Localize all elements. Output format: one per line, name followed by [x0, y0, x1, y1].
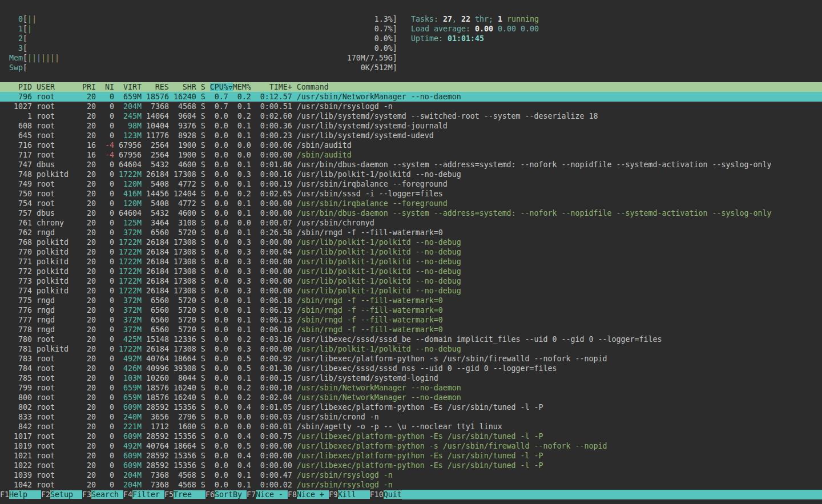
process-row-716[interactable]: 716 root 16 -4 67956 2564 1900 S 0.0 0.0…	[0, 140, 822, 150]
process-row-780[interactable]: 780 root 20 0 425M 15148 12336 S 0.0 0.2…	[0, 334, 822, 344]
time-cell: 0:00.02	[251, 481, 292, 489]
process-row-775[interactable]: 775 rngd 20 0 372M 6560 5720 S 0.0 0.1 0…	[0, 296, 822, 305]
process-row-768[interactable]: 768 polkitd 20 0 1722M 26184 17308 S 0.0…	[0, 237, 822, 247]
fkey-tree[interactable]: F5Tree	[164, 490, 206, 499]
process-row-842[interactable]: 842 root 20 0 221M 1712 1600 S 0.0 0.0 0…	[0, 422, 822, 432]
fkey-nice-[interactable]: F8Nice +	[288, 490, 329, 499]
process-row-1021[interactable]: 1021 root 20 0 609M 28592 15356 S 0.0 0.…	[0, 451, 822, 461]
process-row-762[interactable]: 762 rngd 20 0 372M 6560 5720 S 0.0 0.1 0…	[0, 228, 822, 237]
process-row-774[interactable]: 774 polkitd 20 0 1722M 26184 17308 S 0.0…	[0, 286, 822, 296]
nice-cell: 0	[96, 112, 114, 120]
process-row-802[interactable]: 802 root 20 0 609M 28592 15356 S 0.0 0.4…	[0, 402, 822, 412]
virt-cell: 372M	[114, 228, 142, 237]
user-cell: root	[32, 461, 78, 470]
time-cell: 0:00.10	[251, 384, 292, 392]
process-row-748[interactable]: 748 polkitd 20 0 1722M 26184 17308 S 0.0…	[0, 170, 822, 179]
process-row-773[interactable]: 773 polkitd 20 0 1722M 26184 17308 S 0.0…	[0, 276, 822, 286]
cpu-percent-cell: 0.0	[206, 374, 228, 382]
fkey-number: F8	[288, 490, 297, 499]
process-row-1022[interactable]: 1022 root 20 0 609M 28592 15356 S 0.0 0.…	[0, 461, 822, 470]
process-row-796[interactable]: 796 root 20 0 659M 18576 16240 S 0.7 0.2…	[0, 92, 822, 102]
user-cell: root	[32, 112, 78, 120]
state-cell: S	[196, 296, 206, 305]
state-cell: S	[196, 316, 206, 324]
state-cell: S	[196, 160, 206, 169]
fkey-search[interactable]: F3Search	[82, 490, 123, 499]
process-row-776[interactable]: 776 rngd 20 0 372M 6560 5720 S 0.0 0.1 0…	[0, 305, 822, 315]
process-row-770[interactable]: 770 polkitd 20 0 1722M 26184 17308 S 0.0…	[0, 247, 822, 257]
process-row-1042[interactable]: 1042 root 20 0 204M 7368 4568 S 0.0 0.1 …	[0, 480, 822, 490]
process-row-1039[interactable]: 1039 root 20 0 204M 7368 4568 S 0.0 0.1 …	[0, 470, 822, 480]
process-row-645[interactable]: 645 root 20 0 123M 11776 8928 S 0.0 0.1 …	[0, 131, 822, 140]
mem-percent-cell: 0.0	[228, 219, 251, 227]
pid-cell: 775	[0, 296, 32, 305]
shr-cell: 3108	[169, 219, 196, 227]
time-cell: 0:12.57	[251, 92, 292, 101]
state-cell: S	[196, 209, 206, 217]
process-row-1017[interactable]: 1017 root 20 0 609M 28592 15356 S 0.0 0.…	[0, 432, 822, 441]
mem-percent-cell: 0.5	[228, 354, 251, 363]
table-header[interactable]: PID USER PRI NI VIRT RES SHR S CPU%▽MEM%…	[0, 82, 822, 92]
uptime: Uptime: 01:01:45	[411, 34, 484, 43]
time-cell: 0:00.00	[251, 238, 292, 247]
fkey-filter[interactable]: F4Filter	[123, 490, 164, 499]
process-row-761[interactable]: 761 chrony 20 0 125M 3464 3108 S 0.0 0.0…	[0, 218, 822, 228]
fkey-nice-[interactable]: F7Nice -	[247, 490, 288, 499]
time-cell: 0:00.00	[251, 451, 292, 460]
meter-label-cpu0: 0	[0, 15, 23, 23]
meter-bar-olive: |	[41, 54, 46, 62]
process-row-778[interactable]: 778 rngd 20 0 372M 6560 5720 S 0.0 0.1 0…	[0, 325, 822, 334]
virt-cell: 221M	[114, 422, 142, 431]
process-row-754[interactable]: 754 root 20 0 120M 5408 4772 S 0.0 0.1 0…	[0, 199, 822, 208]
nice-cell: 0	[96, 92, 114, 101]
process-row-1027[interactable]: 1027 root 20 0 204M 7368 4568 S 0.7 0.1 …	[0, 102, 822, 111]
fkey-sortby[interactable]: F6SortBy	[206, 490, 247, 499]
column-headers-right: MEM% TIME+ Command	[233, 83, 329, 91]
process-row-772[interactable]: 772 polkitd 20 0 1722M 26184 17308 S 0.0…	[0, 267, 822, 276]
res-cell: 26184	[142, 238, 169, 247]
res-cell: 14064	[142, 112, 169, 120]
cpu-percent-cell: 0.0	[206, 471, 228, 479]
process-row-1019[interactable]: 1019 root 20 0 492M 40764 18664 S 0.0 0.…	[0, 441, 822, 451]
process-row-777[interactable]: 777 rngd 20 0 372M 6560 5720 S 0.0 0.1 0…	[0, 315, 822, 325]
process-row-1[interactable]: 1 root 20 0 245M 14064 9604 S 0.0 0.2 0:…	[0, 111, 822, 121]
time-cell: 0:01.86	[251, 160, 292, 169]
priority-cell: 20	[78, 199, 96, 208]
fkey-help[interactable]: F1Help	[0, 490, 41, 499]
priority-cell: 20	[78, 122, 96, 130]
process-row-783[interactable]: 783 root 20 0 492M 40764 18664 S 0.0 0.5…	[0, 354, 822, 364]
process-row-608[interactable]: 608 root 20 0 98M 10404 9376 S 0.0 0.1 0…	[0, 121, 822, 131]
fkey-quit[interactable]: F10Quit	[370, 490, 402, 499]
process-row-781[interactable]: 781 polkitd 20 0 1722M 26184 17308 S 0.0…	[0, 344, 822, 354]
user-cell: polkitd	[32, 345, 78, 353]
state-cell: S	[196, 102, 206, 111]
time-cell: 0:00.06	[251, 141, 292, 150]
state-cell: S	[196, 238, 206, 247]
fkey-setup[interactable]: F2Setup	[41, 490, 82, 499]
process-row-749[interactable]: 749 root 20 0 120M 5408 4772 S 0.0 0.1 0…	[0, 179, 822, 189]
process-row-750[interactable]: 750 root 20 0 416M 14456 12404 S 0.0 0.2…	[0, 189, 822, 199]
process-row-833[interactable]: 833 root 20 0 240M 3656 2796 S 0.0 0.0 0…	[0, 412, 822, 422]
time-cell: 0:06.18	[251, 296, 292, 305]
virt-cell: 1722M	[114, 238, 142, 247]
user-cell: root	[32, 393, 78, 402]
command-cell: /usr/lib/systemd/systemd-udevd	[292, 131, 434, 140]
fkey-kill[interactable]: F9Kill	[329, 490, 370, 499]
process-row-747[interactable]: 747 dbus 20 0 64604 5432 4600 S 0.0 0.1 …	[0, 160, 822, 170]
process-row-785[interactable]: 785 root 20 0 103M 10260 8044 S 0.0 0.1 …	[0, 373, 822, 383]
mem-percent-cell: 0.1	[228, 374, 251, 382]
process-row-784[interactable]: 784 root 20 0 426M 40996 39308 S 0.0 0.5…	[0, 364, 822, 373]
priority-cell: 20	[78, 335, 96, 344]
process-row-757[interactable]: 757 dbus 20 0 64604 5432 4600 S 0.0 0.1 …	[0, 208, 822, 218]
command-cell: /sbin/rngd -f --fill-watermark=0	[292, 296, 443, 305]
process-row-717[interactable]: 717 root 16 -4 67956 2564 1900 S 0.0 0.0…	[0, 150, 822, 160]
sort-column-cpu[interactable]: CPU%▽	[210, 83, 233, 91]
process-row-771[interactable]: 771 polkitd 20 0 1722M 26184 17308 S 0.0…	[0, 257, 822, 267]
mem-percent-cell: 0.3	[228, 287, 251, 295]
process-row-799[interactable]: 799 root 20 0 659M 18576 16240 S 0.0 0.2…	[0, 383, 822, 393]
pid-cell: 799	[0, 384, 32, 392]
process-row-800[interactable]: 800 root 20 0 659M 18576 16240 S 0.0 0.2…	[0, 393, 822, 402]
user-cell: root	[32, 199, 78, 208]
mem-percent-cell: 0.2	[228, 384, 251, 392]
pid-cell: 1027	[0, 102, 32, 111]
